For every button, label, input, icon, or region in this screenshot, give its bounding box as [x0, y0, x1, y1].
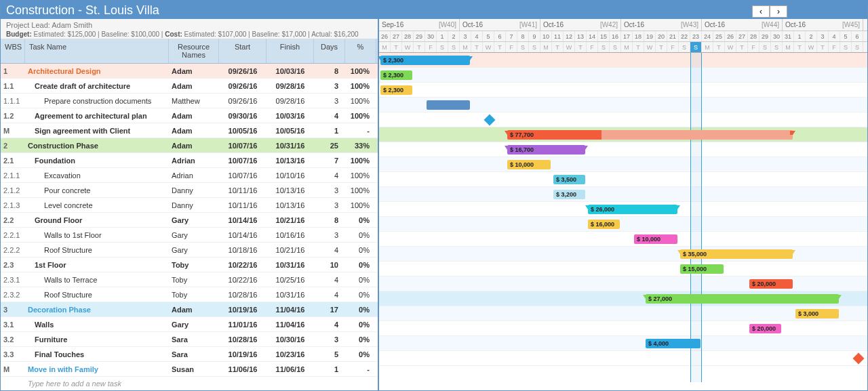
cell-start[interactable]: 10/11/16	[219, 201, 267, 209]
cell-days[interactable]: 8	[314, 216, 345, 224]
table-row[interactable]: 2.2Ground FloorGary10/14/1610/21/1680%	[1, 213, 378, 228]
cell-task[interactable]: Architectural Design	[25, 67, 169, 75]
col-finish[interactable]: Finish	[267, 39, 314, 63]
cell-resource[interactable]: Toby	[169, 261, 219, 269]
gantt-bar[interactable]: $ 15,000	[680, 264, 724, 274]
table-row[interactable]: 2.3.1Walls to TerraceToby10/22/1610/25/1…	[1, 272, 378, 287]
cell-days[interactable]: 3	[314, 231, 345, 239]
cell-resource[interactable]: Toby	[169, 276, 219, 284]
col-days[interactable]: Days	[314, 39, 345, 63]
cell-finish[interactable]: 10/31/16	[267, 261, 314, 269]
cell-finish[interactable]: 11/04/16	[267, 321, 314, 329]
cell-pct[interactable]: 0%	[345, 216, 376, 224]
cell-resource[interactable]: Gary	[169, 231, 219, 239]
cell-start[interactable]: 09/30/16	[219, 112, 267, 120]
table-row[interactable]: 1Architectural DesignAdam09/26/1610/03/1…	[1, 64, 378, 79]
cell-pct[interactable]: 100%	[345, 97, 376, 105]
cell-pct[interactable]: 0%	[345, 335, 376, 344]
cell-finish[interactable]: 11/04/16	[267, 306, 314, 314]
cell-resource[interactable]: Gary	[169, 246, 219, 254]
new-task-input[interactable]: Type here to add a new task	[1, 377, 378, 390]
cell-resource[interactable]: Gary	[169, 321, 219, 329]
timeline-panel[interactable]: Sep-16[W40]Oct-16[W41]Oct-16[W42]Oct-16[…	[379, 19, 867, 390]
cell-pct[interactable]: 100%	[345, 171, 376, 180]
gantt-bar[interactable]: $ 16,700	[507, 145, 585, 155]
gantt-bar[interactable]: $ 35,000	[680, 249, 793, 259]
gantt-bar[interactable]: $ 20,000	[749, 324, 781, 333]
col-start[interactable]: Start	[219, 39, 267, 63]
cell-task[interactable]: Furniture	[25, 335, 169, 344]
cell-finish[interactable]: 10/03/16	[267, 112, 314, 120]
grid-body[interactable]: 1Architectural DesignAdam09/26/1610/03/1…	[1, 64, 378, 390]
cell-resource[interactable]: Sara	[169, 335, 219, 344]
table-row[interactable]: 2.3.2Roof StructureToby10/28/1610/31/164…	[1, 287, 378, 302]
cell-days[interactable]: 4	[314, 171, 345, 180]
cell-finish[interactable]: 10/31/16	[267, 142, 314, 150]
cell-task[interactable]: Walls to 1st Floor	[25, 231, 169, 239]
cell-resource[interactable]: Adam	[169, 112, 219, 120]
cell-start[interactable]: 11/06/16	[219, 365, 267, 373]
cell-pct[interactable]: 0%	[345, 246, 376, 254]
gantt-bar[interactable]: $ 27,000	[646, 294, 839, 304]
gantt-bar[interactable]: $ 3,500	[553, 175, 585, 184]
cell-finish[interactable]: 10/30/16	[267, 335, 314, 344]
table-row[interactable]: 3.2FurnitureSara10/28/1610/30/1630%	[1, 332, 378, 347]
gantt-bar[interactable]: $ 4,000	[646, 339, 701, 348]
table-row[interactable]: 2.2.1Walls to 1st FloorGary10/14/1610/16…	[1, 228, 378, 243]
cell-resource[interactable]: Danny	[169, 186, 219, 194]
cell-resource[interactable]: Susan	[169, 365, 219, 373]
cell-task[interactable]: Roof Structure	[25, 291, 169, 299]
cell-task[interactable]: Prepare construction documents	[25, 97, 169, 105]
cell-start[interactable]: 10/14/16	[219, 231, 267, 239]
cell-task[interactable]: Foundation	[25, 157, 169, 165]
cell-resource[interactable]: Adam	[169, 67, 219, 75]
cell-pct[interactable]: 33%	[345, 142, 376, 150]
cell-days[interactable]: 17	[314, 306, 345, 314]
cell-days[interactable]: 3	[314, 201, 345, 209]
cell-days[interactable]: 3	[314, 186, 345, 194]
cell-finish[interactable]: 10/31/16	[267, 291, 314, 299]
cell-days[interactable]: 3	[314, 97, 345, 105]
cell-finish[interactable]: 09/28/16	[267, 97, 314, 105]
cell-days[interactable]: 25	[314, 142, 345, 150]
gantt-bar[interactable]: $ 2,300	[380, 70, 412, 80]
cell-start[interactable]: 11/01/16	[219, 321, 267, 329]
cell-resource[interactable]: Matthew	[169, 97, 219, 105]
cell-task[interactable]: Move in with Family	[25, 365, 169, 373]
cell-pct[interactable]: 100%	[345, 82, 376, 90]
cell-pct[interactable]: 100%	[345, 201, 376, 209]
cell-task[interactable]: Walls	[25, 321, 169, 329]
cell-pct[interactable]: 0%	[345, 350, 376, 358]
cell-start[interactable]: 10/19/16	[219, 350, 267, 358]
cell-task[interactable]: Excavation	[25, 171, 169, 180]
cell-start[interactable]: 10/28/16	[219, 291, 267, 299]
cell-start[interactable]: 10/07/16	[219, 171, 267, 180]
cell-days[interactable]: 8	[314, 67, 345, 75]
cell-start[interactable]: 09/26/16	[219, 82, 267, 90]
cell-start[interactable]: 10/14/16	[219, 216, 267, 224]
cell-finish[interactable]: 11/06/16	[267, 365, 314, 373]
cell-days[interactable]: 5	[314, 350, 345, 358]
col-resource[interactable]: Resource Names	[169, 39, 219, 63]
cell-resource[interactable]: Adam	[169, 142, 219, 150]
cell-finish[interactable]: 10/16/16	[267, 231, 314, 239]
cell-task[interactable]: Roof Structure	[25, 246, 169, 254]
cell-finish[interactable]: 10/13/16	[267, 186, 314, 194]
cell-pct[interactable]: 0%	[345, 276, 376, 284]
cell-finish[interactable]: 10/13/16	[267, 157, 314, 165]
cell-finish[interactable]: 10/21/16	[267, 216, 314, 224]
cell-start[interactable]: 10/11/16	[219, 186, 267, 194]
cell-resource[interactable]: Adrian	[169, 171, 219, 180]
cell-start[interactable]: 10/18/16	[219, 246, 267, 254]
cell-finish[interactable]: 10/03/16	[267, 67, 314, 75]
cell-task[interactable]: Construction Phase	[25, 142, 169, 150]
cell-days[interactable]: 4	[314, 291, 345, 299]
table-row[interactable]: 3.1WallsGary11/01/1611/04/1640%	[1, 317, 378, 332]
cell-days[interactable]: 1	[314, 127, 345, 135]
cell-start[interactable]: 10/07/16	[219, 142, 267, 150]
cell-start[interactable]: 10/07/16	[219, 157, 267, 165]
cell-task[interactable]: Create draft of architecture	[25, 82, 169, 90]
timeline-body[interactable]: $ 2,300$ 2,300$ 2,300$ 77,700$ 16,700$ 1…	[379, 53, 867, 382]
table-row[interactable]: 3.3Final TouchesSara10/19/1610/23/1650%	[1, 347, 378, 362]
col-wbs[interactable]: WBS	[1, 39, 25, 63]
